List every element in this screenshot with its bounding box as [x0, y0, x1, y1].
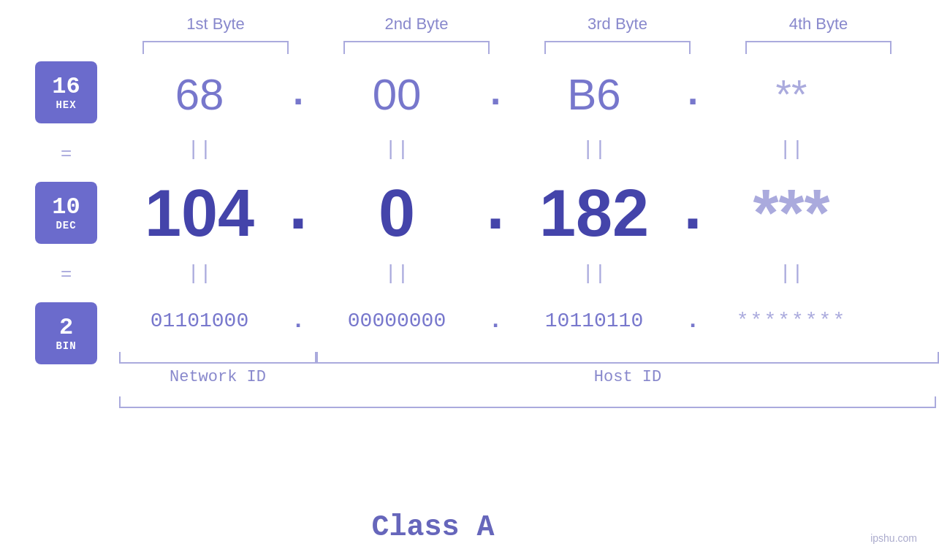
hex-cell-3: B6 — [514, 69, 674, 120]
badge-bin: 2 BIN — [35, 302, 97, 364]
bin-cell-2: 00000000 — [316, 310, 477, 332]
badge-bin-number: 2 — [59, 315, 73, 340]
eq1-c2: || — [316, 138, 477, 161]
dec-dot-icon-1: . — [289, 169, 307, 242]
hex-cell-1: 68 — [119, 69, 280, 120]
equals-spacer-2: = — [35, 244, 97, 302]
bin-dot-1: . — [280, 307, 316, 334]
hex-dot-3: . — [674, 73, 711, 116]
eq1-c3: || — [514, 138, 674, 161]
dec-value-4: *** — [753, 177, 829, 250]
hex-value-4: ** — [776, 72, 807, 117]
equals-2: = — [61, 262, 72, 285]
byte-header-4: 4th Byte — [731, 15, 906, 34]
badge-dec-label: DEC — [56, 220, 76, 231]
hex-dot-icon-2: . — [484, 73, 506, 116]
bracket-class — [119, 396, 936, 408]
hex-dot-2: . — [477, 73, 514, 116]
dec-cell-4: *** — [711, 176, 872, 251]
eq1-c1: || — [119, 138, 280, 161]
byte-headers: 1st Byte 2nd Byte 3rd Byte 4th Byte — [115, 15, 919, 34]
bin-cell-1: 01101000 — [119, 310, 280, 332]
badge-hex-number: 16 — [52, 74, 80, 99]
bin-value-3: 10110110 — [545, 310, 643, 332]
badges-column: 16 HEX = 10 DEC = 2 BIN — [35, 61, 97, 560]
class-a-label: Class A — [0, 511, 866, 544]
badge-dec-number: 10 — [52, 194, 80, 220]
dec-cell-3: 182 — [514, 176, 674, 251]
hex-value-1: 68 — [175, 70, 224, 119]
badge-hex: 16 HEX — [35, 61, 97, 123]
byte-header-3: 3rd Byte — [530, 15, 705, 34]
bin-dot-2: . — [477, 307, 514, 334]
eq2-c4: || — [711, 262, 872, 285]
id-labels: Network ID Host ID — [119, 368, 939, 386]
bin-dot-icon-3: . — [685, 307, 699, 334]
equals-row-2: || || || || — [119, 251, 939, 295]
badge-hex-label: HEX — [56, 99, 76, 111]
eq2-c2: || — [316, 262, 477, 285]
bracket-top-4 — [745, 41, 892, 54]
bottom-brackets-row — [119, 352, 939, 364]
equals-row-1: || || || || — [119, 127, 939, 171]
hex-value-3: B6 — [567, 70, 620, 119]
dec-value-3: 182 — [539, 177, 649, 250]
bin-cell-3: 10110110 — [514, 310, 674, 332]
dec-dot-icon-3: . — [683, 169, 702, 242]
byte-header-1: 1st Byte — [128, 15, 303, 34]
hex-row: 68 . 00 . B6 . ** — [119, 61, 939, 127]
bin-cell-4: ******** — [711, 310, 872, 332]
dec-dot-2: . — [477, 169, 514, 251]
bin-dot-icon-1: . — [291, 307, 305, 334]
dec-value-1: 104 — [145, 177, 254, 250]
watermark: ipshu.com — [870, 532, 917, 544]
byte-header-2: 2nd Byte — [329, 15, 504, 34]
bracket-top-1 — [142, 41, 289, 54]
eq2-c3: || — [514, 262, 674, 285]
bin-row: 01101000 . 00000000 . 10110110 . — [119, 295, 939, 346]
hex-dot-1: . — [280, 73, 316, 116]
hex-cell-2: 00 — [316, 69, 477, 120]
equals-1: = — [61, 142, 72, 164]
value-grid: 68 . 00 . B6 . ** — [119, 61, 939, 560]
top-brackets — [115, 41, 919, 54]
bracket-top-2 — [343, 41, 490, 54]
network-id-label: Network ID — [119, 368, 316, 386]
bin-dot-icon-2: . — [488, 307, 502, 334]
hex-value-2: 00 — [373, 70, 422, 119]
eq1-c4: || — [711, 138, 872, 161]
equals-spacer-1: = — [35, 123, 97, 182]
bracket-network — [119, 352, 316, 364]
hex-dot-icon-1: . — [286, 73, 309, 116]
bracket-host — [316, 352, 939, 364]
dec-row: 104 . 0 . 182 . *** — [119, 171, 939, 251]
host-id-label: Host ID — [316, 368, 939, 386]
bin-value-4: ******** — [737, 310, 846, 332]
hex-dot-icon-3: . — [681, 73, 704, 116]
eq2-c1: || — [119, 262, 280, 285]
hex-cell-4: ** — [711, 71, 872, 118]
dec-dot-1: . — [280, 169, 316, 251]
dec-cell-1: 104 — [119, 176, 280, 251]
badge-dec: 10 DEC — [35, 182, 97, 244]
bin-dot-3: . — [674, 307, 711, 334]
main-container: 1st Byte 2nd Byte 3rd Byte 4th Byte 16 H… — [0, 0, 939, 560]
dec-cell-2: 0 — [316, 176, 477, 251]
dec-value-2: 0 — [379, 177, 415, 250]
bin-value-1: 01101000 — [151, 310, 248, 332]
bracket-top-3 — [544, 41, 691, 54]
badge-bin-label: BIN — [56, 340, 76, 352]
bin-value-2: 00000000 — [348, 310, 446, 332]
dec-dot-3: . — [674, 169, 711, 251]
dec-dot-icon-2: . — [486, 169, 504, 242]
